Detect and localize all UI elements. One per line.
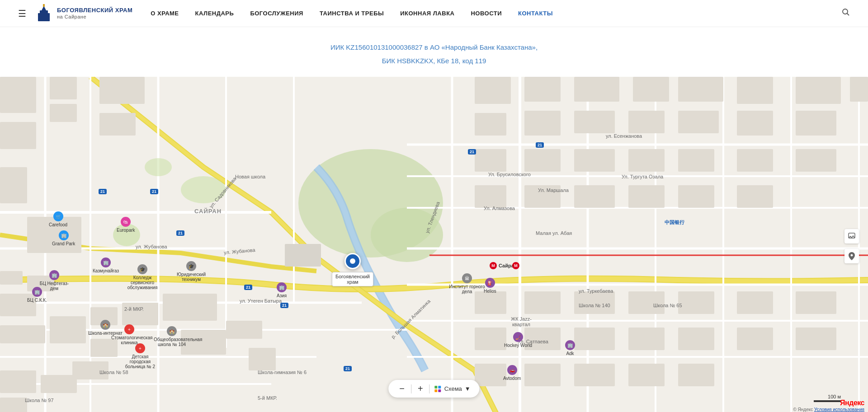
- svg-rect-79: [678, 149, 714, 172]
- svg-rect-37: [0, 122, 36, 149]
- svg-rect-83: [524, 185, 561, 208]
- map-controls: − + Схема ▼: [388, 380, 479, 398]
- svg-rect-59: [0, 398, 27, 412]
- content-area: ИИК KZ156010131000036827 в АО «Народный …: [0, 27, 868, 412]
- nav-item-календарь[interactable]: КАЛЕНДАРЬ: [195, 10, 234, 17]
- road-badge-7: 21: [468, 149, 476, 154]
- svg-point-108: [181, 176, 226, 203]
- poi-avtodom: 🚗 Avtodom: [503, 365, 521, 381]
- nav-item-новости[interactable]: НОВОСТИ: [471, 10, 502, 17]
- search-icon[interactable]: [842, 8, 850, 19]
- svg-rect-64: [678, 77, 723, 102]
- road-badge-3: 21: [176, 230, 184, 236]
- svg-point-109: [145, 158, 172, 176]
- svg-rect-63: [633, 77, 669, 102]
- svg-rect-98: [628, 328, 665, 350]
- svg-rect-111: [435, 386, 438, 389]
- svg-rect-75: [475, 149, 506, 172]
- svg-rect-114: [439, 389, 441, 392]
- poi-helios: ⛽ Helios: [484, 278, 496, 294]
- yandex-terms: © Яндекс Условия использования: [793, 407, 864, 412]
- pin-label: Богоявленскийхрам: [332, 272, 373, 286]
- map-location-button[interactable]: [844, 249, 859, 263]
- zoom-minus-button[interactable]: −: [395, 383, 409, 395]
- svg-rect-76: [524, 149, 561, 172]
- svg-rect-58: [41, 375, 77, 393]
- svg-rect-91: [628, 291, 665, 314]
- map-container[interactable]: САЙРАН Новая школа ул. Садовникова ул. Ж…: [0, 77, 868, 412]
- svg-rect-104: [574, 364, 615, 386]
- hamburger-button[interactable]: ☰: [18, 8, 26, 19]
- svg-point-5: [843, 9, 848, 14]
- nav-item-иконная-лавка[interactable]: ИКОННАЯ ЛАВКА: [400, 10, 454, 17]
- main-nav: О ХРАМЕКАЛЕНДАРЬБОГОСЛУЖЕНИЯТАИНСТВА И Т…: [151, 10, 842, 17]
- svg-rect-94: [796, 291, 836, 314]
- svg-rect-57: [0, 370, 36, 393]
- svg-rect-71: [628, 111, 665, 133]
- svg-rect-69: [524, 111, 561, 136]
- svg-rect-103: [524, 364, 561, 386]
- scheme-icon: [434, 385, 442, 393]
- svg-rect-67: [850, 77, 868, 102]
- svg-rect-48: [50, 316, 86, 343]
- svg-rect-62: [574, 77, 619, 102]
- svg-rect-82: [475, 185, 506, 208]
- svg-rect-105: [628, 364, 665, 386]
- nav-item-о-храме[interactable]: О ХРАМЕ: [151, 10, 179, 17]
- svg-rect-87: [737, 185, 773, 208]
- header: ☰ Богоявленский ХРАМ на Сайране О ХРАМЕК…: [0, 0, 868, 27]
- svg-rect-81: [796, 149, 836, 172]
- zoom-plus-button[interactable]: +: [413, 383, 428, 395]
- svg-rect-85: [628, 185, 665, 208]
- svg-rect-61: [524, 77, 561, 102]
- scheme-arrow: ▼: [465, 385, 471, 392]
- svg-line-6: [847, 14, 849, 16]
- poi-grandpark: 🏢 Grand Park: [52, 230, 75, 246]
- nav-item-контакты[interactable]: КОНТАКТЫ: [518, 10, 553, 17]
- svg-rect-44: [0, 271, 23, 285]
- poi-asia: 🏢 Азия: [277, 282, 287, 298]
- svg-rect-110: [285, 244, 321, 267]
- svg-rect-40: [50, 104, 77, 122]
- yandex-watermark: Яндекс © Яндекс Условия использования: [793, 399, 864, 412]
- logo: Богоявленский ХРАМ на Сайране: [34, 4, 132, 23]
- svg-rect-78: [628, 149, 665, 172]
- svg-rect-80: [737, 149, 773, 172]
- svg-rect-54: [249, 348, 276, 370]
- map-pin-church: Богоявленскийхрам: [344, 253, 361, 269]
- svg-rect-47: [0, 325, 45, 343]
- poi-adk: 🏢 Adk: [565, 340, 575, 356]
- road-badge-6: 21: [344, 366, 352, 371]
- scheme-divider: [429, 384, 430, 393]
- scheme-button[interactable]: Схема ▼: [432, 385, 473, 393]
- svg-rect-68: [475, 113, 506, 136]
- svg-rect-92: [678, 291, 714, 314]
- poi-law: 🎓 Юридический техникум: [173, 261, 209, 282]
- road-badge-1: 21: [99, 189, 107, 194]
- svg-point-9: [371, 208, 443, 262]
- svg-rect-88: [475, 291, 506, 314]
- svg-rect-93: [737, 291, 773, 314]
- nav-item-богослужения[interactable]: БОГОСЛУЖЕНИЯ: [250, 10, 303, 17]
- svg-rect-41: [99, 77, 145, 104]
- logo-icon: [34, 4, 53, 23]
- bank-info: ИИК KZ156010131000036827 в АО «Народный …: [0, 36, 868, 77]
- map-chat-button[interactable]: [844, 229, 859, 243]
- yandex-terms-link[interactable]: Условия использования: [814, 407, 864, 412]
- nav-item-таинства-и-требы[interactable]: ТАИНСТВА И ТРЕБЫ: [320, 10, 384, 17]
- poi-hospital: + Детская городская больница № 2: [122, 343, 158, 369]
- svg-rect-95: [475, 328, 506, 350]
- road-badge-4: 21: [244, 285, 252, 290]
- logo-text-line2: на Сайране: [57, 14, 132, 20]
- svg-rect-1: [40, 10, 48, 14]
- svg-rect-65: [737, 77, 773, 104]
- svg-rect-73: [737, 111, 773, 136]
- svg-rect-70: [574, 111, 615, 133]
- svg-rect-102: [475, 364, 506, 386]
- svg-rect-60: [475, 77, 511, 104]
- svg-rect-0: [38, 13, 50, 21]
- svg-rect-36: [0, 77, 36, 113]
- poi-school-104: 🏫 Общеобразовательная школа № 104: [154, 326, 190, 347]
- zoom-divider: [411, 384, 411, 393]
- poi-bc-skk: 🏢 БЦ С.К.К.: [27, 287, 47, 303]
